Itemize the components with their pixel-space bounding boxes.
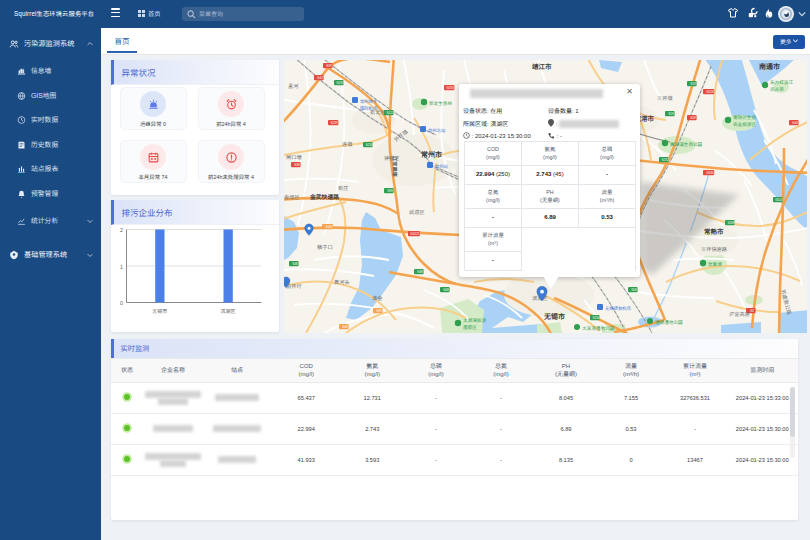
svg-text:常州奔牛: 常州奔牛 xyxy=(360,99,378,104)
svg-text:0: 0 xyxy=(120,300,123,306)
svg-text:三环快速路: 三环快速路 xyxy=(701,246,728,252)
svg-text:新龙生态林: 新龙生态林 xyxy=(429,101,452,106)
svg-text:三开墩: 三开墩 xyxy=(657,95,673,101)
svg-text:S230: S230 xyxy=(592,316,600,320)
svg-text:无锡市: 无锡市 xyxy=(152,308,167,314)
svg-text:S38: S38 xyxy=(417,270,423,274)
svg-text:S122: S122 xyxy=(386,111,394,115)
svg-text:S342: S342 xyxy=(325,225,333,229)
svg-text:常州北站: 常州北站 xyxy=(428,128,446,133)
svg-text:金武快速路: 金武快速路 xyxy=(309,193,339,200)
svg-text:G524: G524 xyxy=(775,198,783,202)
svg-text:金坛区: 金坛区 xyxy=(284,194,300,200)
svg-text:S38: S38 xyxy=(294,163,300,167)
svg-text:S230: S230 xyxy=(365,143,373,147)
svg-text:东方红滨江: 东方红滨江 xyxy=(770,80,793,85)
svg-text:无锡硕放机场: 无锡硕放机场 xyxy=(605,306,631,311)
svg-text:昆承湖: 昆承湖 xyxy=(708,262,722,267)
svg-text:S58: S58 xyxy=(631,288,637,292)
svg-text:S39: S39 xyxy=(387,189,393,193)
svg-text:黄泗浦生态公园: 黄泗浦生态公园 xyxy=(670,142,703,147)
svg-text:农业旅游区: 农业旅游区 xyxy=(733,122,756,127)
svg-text:度假区: 度假区 xyxy=(463,325,477,330)
svg-text:S232: S232 xyxy=(661,158,669,162)
svg-text:S338: S338 xyxy=(727,221,735,225)
svg-text:S39: S39 xyxy=(326,64,332,68)
svg-text:G346: G346 xyxy=(706,171,714,175)
svg-text:G233: G233 xyxy=(446,86,454,90)
svg-text:大溪港湿地公园: 大溪港湿地公园 xyxy=(582,326,615,331)
svg-text:G233: G233 xyxy=(336,81,344,85)
svg-text:南通市: 南通市 xyxy=(759,62,780,70)
svg-text:黄河头: 黄河头 xyxy=(334,279,350,285)
svg-text:常阴沙生态: 常阴沙生态 xyxy=(733,115,756,120)
svg-text:武进区: 武进区 xyxy=(409,209,425,215)
svg-text:新庄: 新庄 xyxy=(338,185,348,191)
svg-text:常州站: 常州站 xyxy=(435,164,449,169)
svg-text:沪宜高速: 沪宜高速 xyxy=(729,311,750,317)
svg-text:S19: S19 xyxy=(690,82,696,86)
svg-text:太湖湾旅游: 太湖湾旅游 xyxy=(463,318,486,323)
svg-text:闸口塘: 闸口塘 xyxy=(286,154,302,160)
svg-text:G4221: G4221 xyxy=(410,232,420,236)
svg-text:S48: S48 xyxy=(292,262,298,266)
svg-text:G42: G42 xyxy=(317,76,323,80)
svg-text:S39: S39 xyxy=(376,309,382,313)
svg-text:孟河: 孟河 xyxy=(288,83,298,89)
svg-text:常熟市: 常熟市 xyxy=(704,228,724,235)
svg-text:连墩: 连墩 xyxy=(342,141,353,147)
svg-text:S239: S239 xyxy=(330,121,338,125)
svg-text:G40: G40 xyxy=(792,121,798,125)
svg-text:滨湖区: 滨湖区 xyxy=(220,308,235,314)
svg-text:G2: G2 xyxy=(749,309,753,313)
svg-text:S48: S48 xyxy=(443,288,449,292)
svg-text:漕湖湿地公园: 漕湖湿地公园 xyxy=(655,320,683,325)
svg-text:潢金: 潢金 xyxy=(372,295,383,301)
svg-text:风光带: 风光带 xyxy=(770,87,784,92)
svg-text:常州市: 常州市 xyxy=(421,150,442,158)
svg-text:G228: G228 xyxy=(706,90,714,94)
svg-text:国际机场: 国际机场 xyxy=(360,106,378,111)
svg-text:S48: S48 xyxy=(342,325,348,329)
svg-text:无锡市: 无锡市 xyxy=(543,312,565,320)
svg-text:横子口: 横子口 xyxy=(317,244,333,250)
svg-text:1: 1 xyxy=(120,264,123,270)
svg-text:江宜高速: 江宜高速 xyxy=(392,156,398,178)
svg-text:2: 2 xyxy=(120,227,123,233)
svg-text:靖江市: 靖江市 xyxy=(532,63,552,70)
